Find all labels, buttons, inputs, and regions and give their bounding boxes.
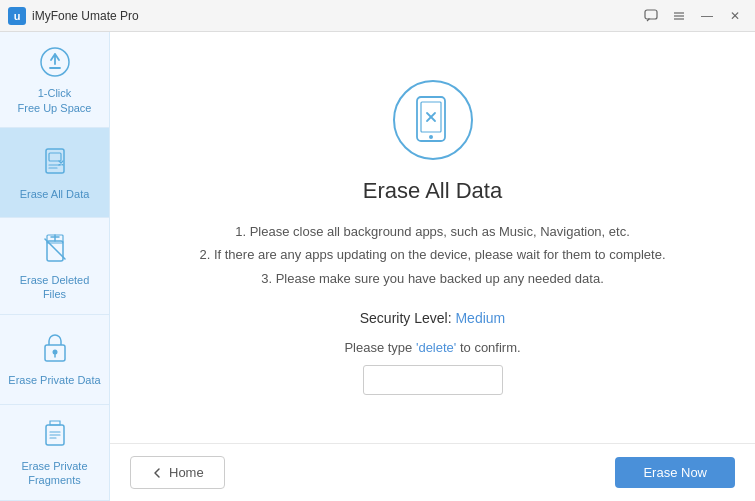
instruction-1: 1. Please close all background apps, suc… (199, 220, 665, 243)
instructions: 1. Please close all background apps, suc… (199, 220, 665, 290)
footer: Home Erase Now (110, 443, 755, 501)
erase-label: Erase Now (643, 465, 707, 480)
app-title: iMyFone Umate Pro (32, 9, 639, 23)
svg-rect-2 (645, 10, 657, 19)
sidebar-item-erase-deleted[interactable]: Erase Deleted Files (0, 218, 109, 314)
erase-fragments-icon (37, 417, 73, 453)
free-up-icon (37, 44, 73, 80)
erase-all-icon (37, 145, 73, 181)
phone-with-x-icon (411, 95, 455, 145)
erase-deleted-icon (37, 231, 73, 267)
confirm-text: Please type 'delete' to confirm. (344, 340, 520, 355)
window-controls: — ✕ (639, 4, 747, 28)
erase-all-label: Erase All Data (20, 187, 90, 201)
content-icon-circle (393, 80, 473, 160)
sidebar-item-erase-private[interactable]: Erase Private Data (0, 315, 109, 405)
svg-text:u: u (14, 10, 21, 22)
home-arrow-icon (151, 467, 163, 479)
erase-now-button[interactable]: Erase Now (615, 457, 735, 488)
erase-fragments-label: Erase Private Fragments (8, 459, 101, 488)
sidebar-item-free-up[interactable]: 1-ClickFree Up Space (0, 32, 109, 128)
svg-point-26 (429, 135, 433, 139)
instruction-2: 2. If there are any apps updating on the… (199, 243, 665, 266)
home-label: Home (169, 465, 204, 480)
svg-rect-9 (49, 153, 61, 161)
menu-button[interactable] (667, 4, 691, 28)
erase-private-icon (37, 331, 73, 367)
security-level: Security Level: Medium (360, 310, 506, 326)
confirm-quote: 'delete' (416, 340, 456, 355)
instruction-3: 3. Please make sure you have backed up a… (199, 267, 665, 290)
home-button[interactable]: Home (130, 456, 225, 489)
sidebar-item-erase-all[interactable]: Erase All Data (0, 128, 109, 218)
app-logo-icon: u (8, 7, 26, 25)
minimize-button[interactable]: — (695, 4, 719, 28)
sidebar: 1-ClickFree Up Space Erase All Data (0, 32, 110, 501)
confirm-input[interactable] (363, 365, 503, 395)
titlebar: u iMyFone Umate Pro — ✕ (0, 0, 755, 32)
chat-button[interactable] (639, 4, 663, 28)
close-button[interactable]: ✕ (723, 4, 747, 28)
main-content: Erase All Data 1. Please close all backg… (110, 32, 755, 443)
erase-private-label: Erase Private Data (8, 373, 100, 387)
erase-deleted-label: Erase Deleted Files (8, 273, 101, 302)
security-label: Security Level: (360, 310, 452, 326)
security-value-link[interactable]: Medium (455, 310, 505, 326)
sidebar-item-erase-fragments[interactable]: Erase Private Fragments (0, 405, 109, 501)
content-title: Erase All Data (363, 178, 502, 204)
main-layout: 1-ClickFree Up Space Erase All Data (0, 32, 755, 501)
free-up-label: 1-ClickFree Up Space (18, 86, 92, 115)
